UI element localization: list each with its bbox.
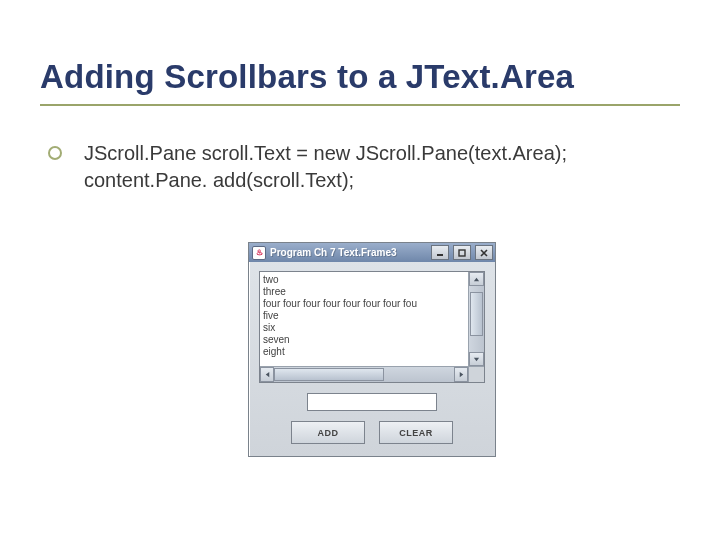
window-title: Program Ch 7 Text.Frame3 bbox=[270, 247, 427, 258]
vertical-scroll-thumb[interactable] bbox=[470, 292, 483, 336]
chevron-down-icon bbox=[473, 356, 480, 363]
maximize-icon bbox=[458, 249, 466, 257]
horizontal-scrollbar[interactable] bbox=[260, 366, 468, 382]
maximize-button[interactable] bbox=[453, 245, 471, 260]
slide-title: Adding Scrollbars to a JText.Area bbox=[40, 58, 680, 96]
scroll-right-button[interactable] bbox=[454, 367, 468, 382]
clear-button[interactable]: CLEAR bbox=[379, 421, 453, 444]
text-line: three bbox=[263, 286, 465, 298]
horizontal-scroll-thumb[interactable] bbox=[274, 368, 384, 381]
slide-body: JScroll.Pane scroll.Text = new JScroll.P… bbox=[40, 140, 680, 194]
text-line: five bbox=[263, 310, 465, 322]
slide: Adding Scrollbars to a JText.Area JScrol… bbox=[0, 0, 720, 540]
chevron-right-icon bbox=[458, 371, 465, 378]
add-button[interactable]: ADD bbox=[291, 421, 365, 444]
title-underline bbox=[40, 104, 680, 106]
vertical-scrollbar[interactable] bbox=[468, 272, 484, 366]
minimize-button[interactable] bbox=[431, 245, 449, 260]
svg-rect-1 bbox=[459, 250, 465, 256]
program-window: ♨ Program Ch 7 Text.Frame3 two three fou… bbox=[248, 242, 496, 457]
scroll-left-button[interactable] bbox=[260, 367, 274, 382]
code-line-2: content.Pane. add(scroll.Text); bbox=[84, 167, 680, 194]
chevron-up-icon bbox=[473, 276, 480, 283]
scroll-pane: two three four four four four four four … bbox=[259, 271, 485, 383]
horizontal-scroll-track[interactable] bbox=[274, 367, 454, 382]
close-icon bbox=[480, 249, 488, 257]
scroll-up-button[interactable] bbox=[469, 272, 484, 286]
java-icon: ♨ bbox=[252, 246, 266, 260]
titlebar: ♨ Program Ch 7 Text.Frame3 bbox=[249, 243, 495, 262]
java-icon-glyph: ♨ bbox=[256, 248, 263, 257]
text-line: seven bbox=[263, 334, 465, 346]
code-line-1: JScroll.Pane scroll.Text = new JScroll.P… bbox=[84, 140, 680, 167]
minimize-icon bbox=[436, 249, 444, 257]
bullet-icon bbox=[48, 146, 62, 160]
vertical-scroll-track[interactable] bbox=[469, 286, 484, 352]
close-button[interactable] bbox=[475, 245, 493, 260]
text-line: eight bbox=[263, 346, 465, 358]
svg-rect-0 bbox=[437, 254, 443, 256]
chevron-left-icon bbox=[264, 371, 271, 378]
text-line: two bbox=[263, 274, 465, 286]
input-field[interactable] bbox=[307, 393, 437, 411]
window-content: two three four four four four four four … bbox=[249, 262, 495, 456]
text-line: four four four four four four four fou bbox=[263, 298, 465, 310]
text-line: six bbox=[263, 322, 465, 334]
scroll-corner bbox=[468, 366, 484, 382]
text-area[interactable]: two three four four four four four four … bbox=[260, 272, 468, 366]
button-row: ADD CLEAR bbox=[291, 421, 453, 446]
scroll-down-button[interactable] bbox=[469, 352, 484, 366]
